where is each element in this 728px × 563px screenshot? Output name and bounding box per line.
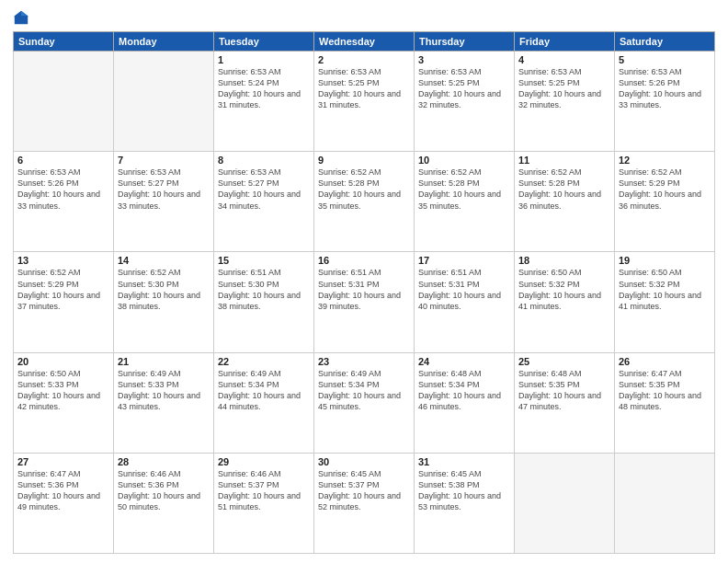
day-number: 28 [118,456,210,467]
day-info: Sunrise: 6:49 AMSunset: 5:33 PMDaylight:… [118,368,210,413]
sunrise-label: Sunrise: 6:52 AM [518,167,582,177]
day-number: 3 [418,54,510,65]
calendar-cell: 30Sunrise: 6:45 AMSunset: 5:37 PMDayligh… [314,453,415,553]
day-number: 11 [518,155,610,166]
svg-marker-1 [21,11,28,16]
calendar-cell: 31Sunrise: 6:45 AMSunset: 5:38 PMDayligh… [415,453,515,553]
day-info: Sunrise: 6:47 AMSunset: 5:36 PMDaylight:… [17,468,109,513]
sunset-label: Sunset: 5:32 PM [518,280,580,289]
day-info: Sunrise: 6:53 AMSunset: 5:26 PMDaylight:… [619,66,711,111]
day-number: 12 [619,155,711,166]
week-row-2: 6Sunrise: 6:53 AMSunset: 5:26 PMDaylight… [14,152,715,252]
sunset-label: Sunset: 5:37 PM [218,480,279,489]
day-info: Sunrise: 6:53 AMSunset: 5:24 PMDaylight:… [218,66,310,111]
day-info: Sunrise: 6:52 AMSunset: 5:29 PMDaylight:… [17,267,109,312]
day-info: Sunrise: 6:45 AMSunset: 5:37 PMDaylight:… [318,468,410,513]
day-number: 23 [318,356,410,367]
daylight-label: Daylight: 10 hours and 36 minutes. [518,190,601,210]
sunset-label: Sunset: 5:31 PM [418,280,480,289]
svg-rect-2 [15,16,28,17]
calendar-cell: 19Sunrise: 6:50 AMSunset: 5:32 PMDayligh… [615,252,715,352]
daylight-label: Daylight: 10 hours and 33 minutes. [118,190,200,210]
daylight-label: Daylight: 10 hours and 42 minutes. [17,391,100,411]
daylight-label: Daylight: 10 hours and 46 minutes. [418,391,501,411]
sunrise-label: Sunrise: 6:45 AM [318,469,381,478]
weekday-header-row: SundayMondayTuesdayWednesdayThursdayFrid… [14,32,715,52]
day-number: 30 [318,456,410,467]
day-number: 22 [218,356,310,367]
sunrise-label: Sunrise: 6:52 AM [318,167,381,177]
calendar-cell: 28Sunrise: 6:46 AMSunset: 5:36 PMDayligh… [114,453,214,553]
sunrise-label: Sunrise: 6:51 AM [218,268,281,277]
sunrise-label: Sunrise: 6:53 AM [518,67,582,76]
calendar-cell: 8Sunrise: 6:53 AMSunset: 5:27 PMDaylight… [214,152,314,252]
calendar-cell: 7Sunrise: 6:53 AMSunset: 5:27 PMDaylight… [114,152,214,252]
sunrise-label: Sunrise: 6:53 AM [619,67,682,76]
logo [13,9,33,26]
calendar-cell [14,52,114,152]
day-info: Sunrise: 6:45 AMSunset: 5:38 PMDaylight:… [418,468,510,513]
sunset-label: Sunset: 5:25 PM [318,78,380,87]
sunset-label: Sunset: 5:33 PM [118,380,179,389]
week-row-5: 27Sunrise: 6:47 AMSunset: 5:36 PMDayligh… [14,453,715,553]
sunrise-label: Sunrise: 6:51 AM [318,268,381,277]
day-number: 5 [619,54,711,65]
day-info: Sunrise: 6:53 AMSunset: 5:25 PMDaylight:… [418,66,510,111]
calendar-cell: 20Sunrise: 6:50 AMSunset: 5:33 PMDayligh… [14,352,114,453]
daylight-label: Daylight: 10 hours and 36 minutes. [619,190,701,210]
calendar-cell: 22Sunrise: 6:49 AMSunset: 5:34 PMDayligh… [214,352,314,453]
sunset-label: Sunset: 5:34 PM [318,380,380,389]
day-info: Sunrise: 6:51 AMSunset: 5:30 PMDaylight:… [218,267,310,312]
day-number: 15 [218,255,310,266]
daylight-label: Daylight: 10 hours and 41 minutes. [518,291,601,311]
daylight-label: Daylight: 10 hours and 53 minutes. [418,491,501,511]
day-info: Sunrise: 6:51 AMSunset: 5:31 PMDaylight:… [418,267,510,312]
sunset-label: Sunset: 5:30 PM [218,280,279,289]
day-number: 14 [118,255,210,266]
weekday-header-monday: Monday [114,32,214,52]
sunrise-label: Sunrise: 6:53 AM [17,167,81,177]
weekday-header-thursday: Thursday [415,32,515,52]
sunset-label: Sunset: 5:28 PM [518,178,580,188]
sunset-label: Sunset: 5:33 PM [17,380,79,389]
sunrise-label: Sunrise: 6:48 AM [518,369,582,378]
sunrise-label: Sunrise: 6:50 AM [518,268,582,277]
calendar-cell: 16Sunrise: 6:51 AMSunset: 5:31 PMDayligh… [314,252,415,352]
week-row-4: 20Sunrise: 6:50 AMSunset: 5:33 PMDayligh… [14,352,715,453]
sunrise-label: Sunrise: 6:53 AM [218,167,281,177]
sunset-label: Sunset: 5:26 PM [17,178,79,188]
sunrise-label: Sunrise: 6:53 AM [218,67,281,76]
calendar-cell: 11Sunrise: 6:52 AMSunset: 5:28 PMDayligh… [515,152,615,252]
sunset-label: Sunset: 5:31 PM [318,280,380,289]
day-info: Sunrise: 6:53 AMSunset: 5:27 PMDaylight:… [218,167,310,212]
calendar-cell: 15Sunrise: 6:51 AMSunset: 5:30 PMDayligh… [214,252,314,352]
calendar-cell: 17Sunrise: 6:51 AMSunset: 5:31 PMDayligh… [415,252,515,352]
calendar-cell: 13Sunrise: 6:52 AMSunset: 5:29 PMDayligh… [14,252,114,352]
calendar-cell: 18Sunrise: 6:50 AMSunset: 5:32 PMDayligh… [515,252,615,352]
sunrise-label: Sunrise: 6:52 AM [418,167,482,177]
day-info: Sunrise: 6:49 AMSunset: 5:34 PMDaylight:… [318,368,410,413]
weekday-header-wednesday: Wednesday [314,32,415,52]
calendar-cell [515,453,615,553]
sunrise-label: Sunrise: 6:50 AM [619,268,682,277]
day-number: 9 [318,155,410,166]
calendar-cell: 4Sunrise: 6:53 AMSunset: 5:25 PMDaylight… [515,52,615,152]
day-info: Sunrise: 6:49 AMSunset: 5:34 PMDaylight:… [218,368,310,413]
sunrise-label: Sunrise: 6:47 AM [17,469,81,478]
day-number: 7 [118,155,210,166]
calendar-table: SundayMondayTuesdayWednesdayThursdayFrid… [13,31,715,554]
daylight-label: Daylight: 10 hours and 35 minutes. [418,190,501,210]
day-info: Sunrise: 6:53 AMSunset: 5:25 PMDaylight:… [518,66,610,111]
day-number: 2 [318,54,410,65]
day-info: Sunrise: 6:47 AMSunset: 5:35 PMDaylight:… [619,368,711,413]
calendar-cell: 3Sunrise: 6:53 AMSunset: 5:25 PMDaylight… [415,52,515,152]
daylight-label: Daylight: 10 hours and 37 minutes. [17,291,100,311]
sunset-label: Sunset: 5:27 PM [118,178,179,188]
day-info: Sunrise: 6:53 AMSunset: 5:27 PMDaylight:… [118,167,210,212]
day-info: Sunrise: 6:50 AMSunset: 5:33 PMDaylight:… [17,368,109,413]
sunrise-label: Sunrise: 6:52 AM [619,167,682,177]
day-info: Sunrise: 6:46 AMSunset: 5:36 PMDaylight:… [118,468,210,513]
daylight-label: Daylight: 10 hours and 51 minutes. [218,491,301,511]
daylight-label: Daylight: 10 hours and 32 minutes. [518,89,601,109]
day-number: 20 [17,356,109,367]
